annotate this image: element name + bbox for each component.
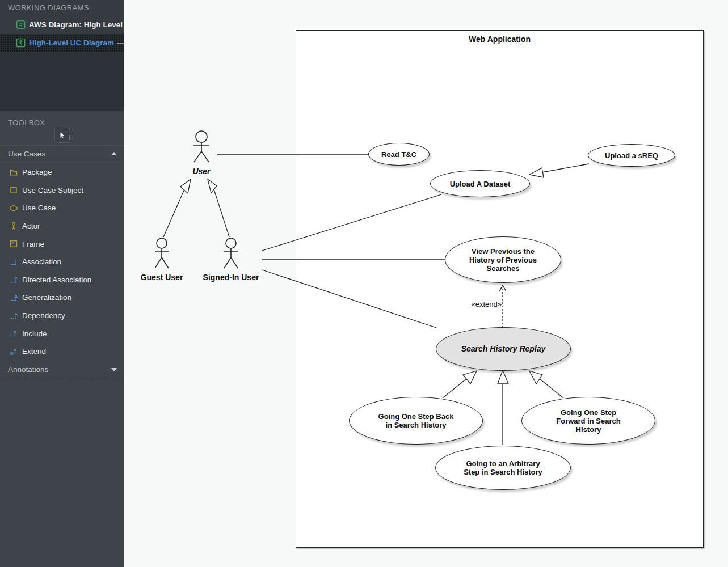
actor-user[interactable] bbox=[193, 131, 209, 162]
tool-actor[interactable]: Actor bbox=[0, 217, 124, 235]
working-diagrams-section: WORKING DIAGRAMS AWS Diagram: High Level… bbox=[0, 0, 124, 52]
actor-icon bbox=[9, 222, 18, 231]
directed-association-icon bbox=[9, 275, 18, 284]
generalization-signedin-to-user[interactable] bbox=[208, 179, 229, 237]
subject-title: Web Application bbox=[296, 35, 703, 44]
tool-use-case-subject[interactable]: Use Case Subject bbox=[0, 181, 124, 200]
app-window: WORKING DIAGRAMS AWS Diagram: High Level… bbox=[0, 0, 728, 567]
group-label: Annotations bbox=[8, 365, 111, 374]
use-case-one-step-forward[interactable]: Going One Step Forward in Search History bbox=[521, 397, 655, 445]
tool-generalization[interactable]: Generalization bbox=[0, 289, 124, 307]
svg-text:E: E bbox=[10, 350, 14, 356]
toolbox-group-annotations[interactable]: Annotations bbox=[0, 361, 124, 378]
use-case-search-history-replay[interactable]: Search History Replay bbox=[436, 327, 571, 371]
expand-icon bbox=[111, 368, 117, 371]
diagram-item-label: AWS Diagram: High Level bbox=[29, 20, 123, 29]
use-case-view-previous-searches[interactable]: View Previous the History of Previous Se… bbox=[445, 236, 561, 283]
sidebar: WORKING DIAGRAMS AWS Diagram: High Level… bbox=[0, 0, 124, 567]
working-diagrams-header: WORKING DIAGRAMS bbox=[8, 3, 89, 12]
diagram-item-suffix: — High bbox=[117, 39, 124, 47]
tool-frame[interactable]: Frame bbox=[0, 235, 124, 253]
generalization-guest-to-user[interactable] bbox=[163, 179, 191, 237]
use-case-subject-icon bbox=[9, 185, 18, 194]
extend-stereotype-label: «extend» bbox=[445, 300, 502, 308]
actor-label-user: User bbox=[184, 167, 218, 176]
tool-use-case[interactable]: Use Case bbox=[0, 199, 124, 217]
package-icon bbox=[9, 168, 18, 177]
tool-package[interactable]: Package bbox=[0, 163, 124, 181]
diagram-item-uc[interactable]: High-Level UC Diagram — High bbox=[0, 34, 124, 52]
include-icon: I bbox=[9, 329, 18, 338]
aws-diagram-icon bbox=[16, 20, 26, 29]
extend-icon: E bbox=[9, 347, 18, 356]
tool-extend[interactable]: E Extend bbox=[0, 342, 124, 361]
uc-diagram-icon bbox=[16, 38, 26, 48]
pointer-cursor-icon bbox=[58, 131, 66, 140]
generalization-icon bbox=[9, 293, 18, 302]
tool-directed-association[interactable]: Directed Association bbox=[0, 271, 124, 289]
working-diagrams-empty-area bbox=[0, 52, 124, 111]
use-case-upload-dataset[interactable]: Upload A Dataset bbox=[430, 170, 530, 197]
frame-icon bbox=[9, 239, 18, 248]
diagram-item-aws[interactable]: AWS Diagram: High Level — AW bbox=[0, 16, 124, 33]
use-case-upload-sreq[interactable]: Upload a sREQ bbox=[588, 144, 675, 167]
actor-label-signed-in-user: Signed-In User bbox=[197, 273, 265, 282]
toolbox-group-use-cases[interactable]: Use Cases bbox=[0, 145, 124, 162]
actor-label-guest-user: Guest User bbox=[133, 273, 190, 282]
use-case-arbitrary-step[interactable]: Going to an Arbitrary Step in Search His… bbox=[435, 446, 571, 490]
tool-include[interactable]: I Include bbox=[0, 324, 124, 342]
pointer-tool-button[interactable] bbox=[54, 128, 70, 143]
group-label: Use Cases bbox=[8, 150, 111, 158]
actor-guest-user[interactable] bbox=[155, 238, 169, 268]
collapse-icon bbox=[111, 152, 117, 155]
tool-list: Package Use Case Subject Use Case bbox=[0, 163, 124, 361]
use-case-one-step-back[interactable]: Going One Step Back in Search History bbox=[349, 397, 483, 445]
use-case-icon bbox=[9, 204, 18, 213]
dependency-icon bbox=[9, 311, 18, 320]
tool-association[interactable]: Association bbox=[0, 253, 124, 271]
association-icon bbox=[9, 257, 18, 266]
toolbox-header: TOOLBOX bbox=[8, 119, 45, 127]
toolbox-section: TOOLBOX Use Cases Package bbox=[0, 111, 124, 567]
svg-text:I: I bbox=[10, 333, 11, 338]
tool-dependency[interactable]: Dependency bbox=[0, 307, 124, 325]
diagram-item-label: High-Level UC Diagram bbox=[29, 39, 114, 47]
actor-signed-in-user[interactable] bbox=[224, 238, 238, 268]
use-case-read-tc[interactable]: Read T&C bbox=[368, 143, 430, 166]
